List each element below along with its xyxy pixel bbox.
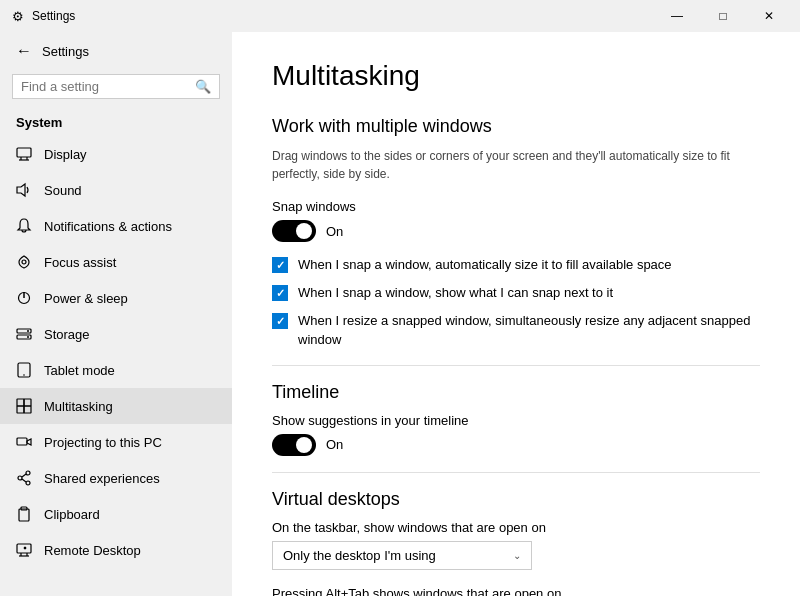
sidebar-item-tablet[interactable]: Tablet mode [0,352,232,388]
sidebar-item-sound[interactable]: Sound [0,172,232,208]
app-body: ← Settings 🔍 System Display Sound Notifi… [0,32,800,596]
sidebar-item-label-projecting: Projecting to this PC [44,435,162,450]
checkbox-3[interactable] [272,313,288,329]
sidebar-item-label-power: Power & sleep [44,291,128,306]
snap-toggle-row: On [272,220,760,242]
sidebar-item-label-storage: Storage [44,327,90,342]
sidebar-item-notifications[interactable]: Notifications & actions [0,208,232,244]
snap-windows-label: Snap windows [272,199,760,214]
projecting-icon [16,434,32,450]
search-input[interactable] [21,79,189,94]
multitasking-icon [16,398,32,414]
timeline-toggle-row: On [272,434,760,456]
checkbox-row-1: When I snap a window, automatically size… [272,256,760,274]
sidebar-item-label-notifications: Notifications & actions [44,219,172,234]
svg-rect-0 [17,148,31,157]
checkbox-label-1: When I snap a window, automatically size… [298,256,672,274]
power-icon [16,290,32,306]
settings-icon: ⚙ [12,9,24,24]
sidebar-item-label-shared: Shared experiences [44,471,160,486]
sidebar-item-power[interactable]: Power & sleep [0,280,232,316]
section-windows-title: Work with multiple windows [272,116,760,137]
notifications-icon [16,218,32,234]
sidebar-item-label-sound: Sound [44,183,82,198]
svg-point-11 [27,336,29,338]
sidebar-item-shared[interactable]: Shared experiences [0,460,232,496]
checkbox-label-3: When I resize a snapped window, simultan… [298,312,760,348]
timeline-toggle-text: On [326,437,343,452]
sound-icon [16,182,32,198]
svg-point-13 [23,374,25,376]
page-title: Multitasking [272,60,760,92]
tablet-icon [16,362,32,378]
sidebar-item-label-focus: Focus assist [44,255,116,270]
maximize-button[interactable]: □ [700,0,746,32]
title-bar-controls: — □ ✕ [654,0,792,32]
checkbox-label-2: When I snap a window, show what I can sn… [298,284,613,302]
sidebar-item-label-clipboard: Clipboard [44,507,100,522]
sidebar-item-label-multitasking: Multitasking [44,399,113,414]
sidebar-item-display[interactable]: Display [0,136,232,172]
checkbox-row-2: When I snap a window, show what I can sn… [272,284,760,302]
back-arrow-icon: ← [16,42,32,60]
title-bar-left: ⚙ Settings [12,9,75,24]
display-icon [16,146,32,162]
sidebar-item-focus[interactable]: Focus assist [0,244,232,280]
snap-toggle-text: On [326,224,343,239]
sidebar-item-label-remote: Remote Desktop [44,543,141,558]
remote-icon [16,542,32,558]
sidebar-item-storage[interactable]: Storage [0,316,232,352]
svg-line-22 [22,474,26,477]
checkbox-row-3: When I resize a snapped window, simultan… [272,312,760,348]
timeline-toggle[interactable] [272,434,316,456]
sidebar-item-remote[interactable]: Remote Desktop [0,532,232,568]
svg-rect-14 [17,399,24,406]
svg-point-21 [18,476,22,480]
snap-toggle[interactable] [272,220,316,242]
sidebar-item-label-display: Display [44,147,87,162]
svg-point-19 [26,471,30,475]
timeline-show-label: Show suggestions in your timeline [272,413,760,428]
shared-icon [16,470,32,486]
sidebar-item-multitasking[interactable]: Multitasking [0,388,232,424]
focus-icon [16,254,32,270]
svg-rect-24 [19,509,29,521]
divider-1 [272,365,760,366]
taskbar-label: On the taskbar, show windows that are op… [272,520,760,535]
close-button[interactable]: ✕ [746,0,792,32]
title-bar: ⚙ Settings — □ ✕ [0,0,800,32]
svg-rect-15 [24,399,31,406]
sidebar-back[interactable]: ← Settings [0,32,232,70]
svg-rect-16 [17,406,24,413]
search-box[interactable]: 🔍 [12,74,220,99]
storage-icon [16,326,32,342]
svg-rect-18 [17,438,27,445]
section-virtual-title: Virtual desktops [272,489,760,510]
checkbox-1[interactable] [272,257,288,273]
sidebar: ← Settings 🔍 System Display Sound Notifi… [0,32,232,596]
main-content: Multitasking Work with multiple windows … [232,32,800,596]
sidebar-item-projecting[interactable]: Projecting to this PC [0,424,232,460]
minimize-button[interactable]: — [654,0,700,32]
svg-rect-17 [24,406,31,413]
svg-point-10 [27,330,29,332]
section-timeline-title: Timeline [272,382,760,403]
svg-point-5 [22,260,26,264]
taskbar-dropdown[interactable]: Only the desktop I'm using ⌄ [272,541,532,570]
sidebar-section-label: System [0,111,232,136]
title-bar-title: Settings [32,9,75,23]
snap-toggle-knob [296,223,312,239]
alttab-label: Pressing Alt+Tab shows windows that are … [272,586,760,596]
sidebar-back-label: Settings [42,44,89,59]
taskbar-dropdown-value: Only the desktop I'm using [283,548,436,563]
search-icon: 🔍 [195,79,211,94]
checkbox-2[interactable] [272,285,288,301]
timeline-toggle-knob [296,437,312,453]
svg-line-23 [22,479,26,482]
svg-marker-4 [17,184,25,196]
svg-point-20 [26,481,30,485]
sidebar-item-clipboard[interactable]: Clipboard [0,496,232,532]
section-windows-desc: Drag windows to the sides or corners of … [272,147,760,183]
sidebar-item-label-tablet: Tablet mode [44,363,115,378]
taskbar-dropdown-arrow: ⌄ [513,550,521,561]
